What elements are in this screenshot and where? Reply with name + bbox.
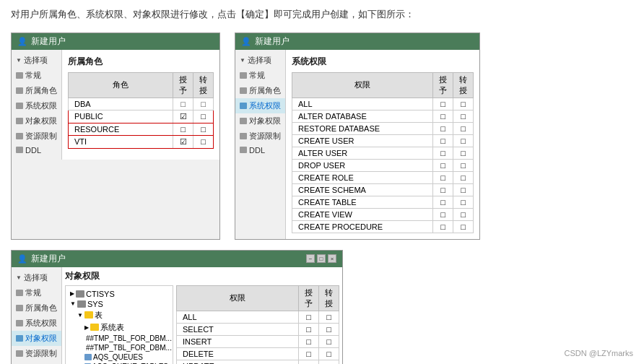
table-row: SELECT□□	[177, 323, 339, 335]
page-icon2	[16, 87, 23, 94]
tree-folder-collapse-icon: ▼	[77, 312, 83, 318]
table-row: ALTER DATABASE□□	[292, 110, 474, 122]
table-row: DELETE□□	[177, 347, 339, 360]
arrow-icon3: ▼	[16, 274, 22, 281]
header-description: 对用户所属角色、系统权限、对象权限进行修改，点击【确定】即可完成用户创建，如下图…	[11, 7, 633, 22]
col-perm: 权限	[292, 72, 433, 98]
page-icon	[16, 72, 23, 79]
tree-item-aqs-queues[interactable]: AQS_QUEUES	[69, 352, 170, 362]
sidebar3-item-chooser[interactable]: ▼ 选择项	[12, 270, 61, 285]
sidebar3-item-ddl[interactable]: DDL	[12, 361, 61, 364]
panel3-sidebar: ▼ 选择项 常规 所属角色 系统权限	[12, 267, 62, 364]
page-icon3	[16, 103, 23, 109]
panel2-title: 新建用户	[255, 35, 290, 48]
tree-collapse-icon: ▼	[70, 300, 76, 307]
sidebar2-item-chooser[interactable]: ▼ 选择项	[235, 53, 285, 68]
objperm-panel: 👤 新建用户 − □ × ▼ 选择项	[11, 250, 343, 364]
object-tree: ▶ CTISYS ▼ SYS ▼	[65, 285, 173, 364]
sidebar3-item-resource[interactable]: 资源限制	[12, 346, 61, 361]
sidebar2-item-sysperm[interactable]: 系统权限	[235, 98, 285, 113]
roles-table: 角色 授予 转授 DBA □ □ P	[68, 72, 214, 149]
table-row: DROP USER□□	[292, 159, 474, 171]
table-row: RESTORE DATABASE□□	[292, 122, 474, 134]
page-icon13	[16, 290, 23, 296]
tree-item-systable[interactable]: ▶ 系统表	[69, 321, 170, 334]
arrow-icon: ▼	[16, 57, 22, 64]
sidebar3-item-objperm[interactable]: 对象权限	[12, 331, 61, 346]
tree-expand-icon: ▶	[70, 290, 74, 297]
folder-icon	[84, 311, 93, 318]
page-icon14	[16, 305, 23, 311]
page-icon8	[240, 87, 247, 94]
panel3-content: 对象权限 ▶ CTISYS ▼	[62, 267, 342, 364]
folder-icon2	[90, 324, 99, 331]
user-icon: 👤	[17, 37, 27, 46]
page-icon12	[240, 147, 247, 153]
panel1-titlebar: 👤 新建用户	[12, 33, 219, 50]
tree-item-tmp1[interactable]: ##TMP_TBL_FOR_DBM...	[69, 334, 170, 343]
table-row: UPDATE□□	[177, 360, 339, 364]
col-transfer: 转授	[193, 72, 214, 98]
table-row: CREATE PROCEDURE□□	[292, 220, 474, 233]
sidebar-item-ddl[interactable]: DDL	[12, 144, 61, 157]
page-icon4	[16, 118, 23, 124]
footer-text: CSDN @LZYmarks	[564, 349, 633, 358]
col-grant: 授予	[173, 72, 193, 98]
user-icon2: 👤	[241, 37, 251, 46]
table-row: CREATE ROLE□□	[292, 171, 474, 183]
table-row: ALL□□	[177, 311, 339, 323]
page-icon10	[240, 118, 247, 124]
tree-item-table-folder[interactable]: ▼ 表	[69, 309, 170, 321]
minimize-button[interactable]: −	[306, 254, 315, 263]
page-icon16	[16, 335, 23, 342]
table-row: ALL□□	[292, 98, 474, 110]
sidebar2-item-roles[interactable]: 所属角色	[235, 83, 285, 98]
tree-item-ctisys[interactable]: ▶ CTISYS	[69, 289, 170, 299]
sidebar3-item-sysperm[interactable]: 系统权限	[12, 316, 61, 331]
table-icon3	[84, 354, 92, 360]
sidebar2-item-objperm[interactable]: 对象权限	[235, 113, 285, 129]
db-icon	[76, 290, 84, 298]
page-icon15	[16, 320, 23, 326]
sysperm-table: 权限 授予 转授 ALL□□ ALTER DATABASE□□ RESTORE …	[292, 72, 474, 233]
sidebar-item-general[interactable]: 常规	[12, 68, 61, 83]
table-row: DBA □ □	[69, 98, 214, 110]
sidebar2-item-ddl[interactable]: DDL	[235, 144, 285, 157]
page-icon17	[16, 350, 23, 357]
user-icon3: 👤	[17, 254, 27, 264]
page-icon6	[16, 147, 23, 153]
sidebar3-item-roles[interactable]: 所属角色	[12, 300, 61, 316]
table-row: VTI ☑ □	[69, 135, 214, 148]
sidebar2-item-resource[interactable]: 资源限制	[235, 129, 285, 144]
table-row: CREATE SCHEMA□□	[292, 183, 474, 196]
table-row: CREATE TABLE□□	[292, 196, 474, 208]
sidebar-item-objperm[interactable]: 对象权限	[12, 113, 61, 129]
panel3-title: 新建用户	[31, 253, 66, 265]
panel1-section-title: 所属角色	[68, 56, 214, 68]
sidebar-item-roles[interactable]: 所属角色	[12, 83, 61, 98]
tree-item-sys[interactable]: ▼ SYS	[69, 299, 170, 309]
objperm-table-container: 权限 授予 转授 ALL□□ SELECT□□ INSERT□□	[176, 285, 339, 364]
sidebar2-item-general[interactable]: 常规	[235, 68, 285, 83]
tree-folder-icon: ▶	[84, 324, 89, 331]
sidebar-item-sysperm[interactable]: 系统权限	[12, 98, 61, 113]
maximize-button[interactable]: □	[317, 254, 326, 263]
tree-item-tmp2[interactable]: ##TMP_TBL_FOR_DBM...	[69, 343, 170, 352]
panel2-sidebar: ▼ 选择项 常规 所属角色 系统权限	[235, 50, 286, 239]
roles-panel: 👤 新建用户 ▼ 选择项 常规 所属角色	[11, 32, 220, 240]
panel3-titlebar: 👤 新建用户 − □ ×	[12, 251, 342, 267]
panel1-content: 所属角色 角色 授予 转授 DBA □	[62, 50, 219, 160]
table-row: ALTER USER□□	[292, 147, 474, 159]
sidebar-item-resource[interactable]: 资源限制	[12, 129, 61, 144]
sidebar3-item-general[interactable]: 常规	[12, 285, 61, 300]
col-transfer2: 转授	[453, 72, 474, 98]
footer: CSDN @LZYmarks	[564, 348, 633, 358]
close-button[interactable]: ×	[328, 254, 336, 263]
panel2-titlebar: 👤 新建用户	[235, 33, 479, 50]
table-row: CREATE VIEW□□	[292, 208, 474, 220]
page-icon11	[240, 133, 247, 139]
sidebar-item-chooser[interactable]: ▼ 选择项	[12, 53, 61, 68]
col-objtransfer: 转授	[319, 285, 339, 311]
table-row: RESOURCE □ □	[69, 123, 214, 135]
sysperm-panel: 👤 新建用户 ▼ 选择项 常规 所属角色	[235, 32, 480, 240]
